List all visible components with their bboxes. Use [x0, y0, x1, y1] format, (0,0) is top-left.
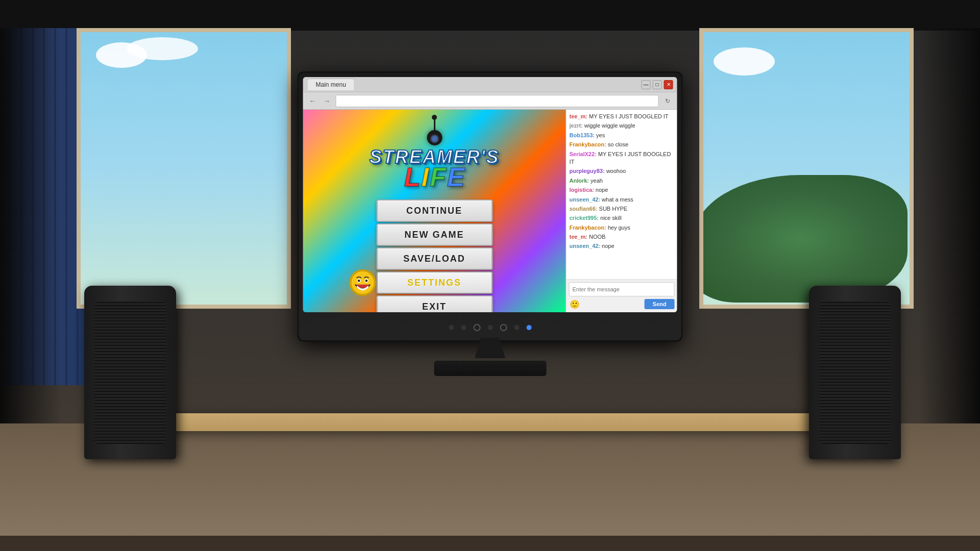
monitor-dot[interactable]: [526, 325, 531, 330]
monitor-stand: [434, 338, 546, 376]
monitor-dot[interactable]: [514, 325, 519, 330]
monitor: Main menu — □ ✕ ← →: [298, 71, 683, 342]
chat-message: tee_m: NOOB: [570, 233, 674, 241]
chat-message: Anlork: yeah: [570, 177, 674, 185]
chat-text: yes: [596, 132, 605, 138]
avatar-face-svg: [350, 269, 375, 296]
desk: [128, 413, 852, 431]
life-letter-f: F: [430, 164, 446, 190]
monitor-dot[interactable]: [461, 325, 466, 330]
chat-username: Frankybacon:: [570, 141, 606, 147]
menu-buttons: CONTINUE NEW GAME SAVE/LOAD: [376, 199, 493, 312]
chat-username: cricket995:: [570, 215, 599, 221]
browser-titlebar: Main menu — □ ✕: [303, 77, 677, 92]
close-button[interactable]: ✕: [664, 80, 673, 89]
speaker-left: [84, 286, 176, 459]
monitor-dots: [449, 324, 531, 331]
chat-message: cricket995: nice skill: [570, 214, 674, 222]
chat-text: nope: [596, 187, 608, 193]
continue-button[interactable]: CONTINUE: [376, 199, 493, 222]
chat-message: logistica: nope: [570, 186, 674, 194]
chat-text: hey guys: [608, 224, 630, 231]
avatar: [349, 269, 376, 296]
maximize-button[interactable]: □: [653, 80, 662, 89]
foliage: [699, 175, 908, 303]
svg-point-3: [357, 280, 360, 282]
chat-message: unseen_42: nope: [570, 242, 674, 250]
chat-message: Bob1353: yes: [570, 132, 674, 139]
window-controls: — □ ✕: [642, 80, 673, 89]
chat-text: nope: [602, 243, 614, 249]
address-bar[interactable]: [336, 95, 659, 107]
chat-text: what a mess: [602, 196, 633, 203]
chat-message: tee_m: MY EYES I JUST BOOGLED IT: [570, 113, 674, 120]
chat-message: unseen_42: what a mess: [570, 196, 674, 204]
settings-button[interactable]: SETTINGS: [376, 271, 493, 294]
new-game-button[interactable]: NEW GAME: [376, 223, 493, 246]
chat-message: jezrt: wiggle wiggle wiggle: [570, 122, 674, 130]
wall-window-right: [699, 28, 914, 309]
chat-message: SerialX22: MY EYES I JUST BOOGLED IT: [570, 151, 674, 166]
browser-content: STREAMER'S L I F E CONTINUE: [303, 110, 677, 312]
chat-username: logistica:: [570, 187, 594, 193]
send-button[interactable]: Send: [645, 299, 675, 309]
chat-text: SUB HYPE: [599, 206, 628, 212]
browser-tab[interactable]: Main menu: [307, 79, 355, 90]
chat-username: unseen_42:: [570, 196, 601, 203]
chat-message: soufian66: SUB HYPE: [570, 205, 674, 213]
monitor-dot[interactable]: [500, 324, 507, 331]
chat-username: Frankybacon:: [570, 224, 606, 231]
monitor-dot[interactable]: [473, 324, 480, 331]
chat-text: MY EYES I JUST BOOGLED IT: [589, 113, 668, 119]
save-load-button[interactable]: SAVE/LOAD: [376, 247, 493, 270]
chat-text: yeah: [591, 178, 603, 184]
avatar-container: [349, 269, 376, 296]
chat-text: NOOB: [589, 234, 605, 240]
logo-life: L I F E: [370, 164, 500, 190]
cloud-3: [714, 47, 775, 76]
monitor-dot[interactable]: [487, 325, 493, 330]
svg-point-0: [351, 271, 374, 294]
tab-label: Main menu: [316, 81, 346, 88]
cloud-2: [127, 37, 198, 60]
monitor-screen: Main menu — □ ✕ ← →: [303, 77, 677, 312]
minimize-button[interactable]: —: [642, 80, 651, 89]
chat-username: Anlork:: [570, 178, 590, 184]
life-letter-e: E: [447, 164, 465, 190]
mascot: [421, 117, 449, 145]
chat-text: wiggle wiggle wiggle: [584, 122, 635, 129]
chat-messages: tee_m: MY EYES I JUST BOOGLED ITjezrt: w…: [567, 110, 677, 279]
browser-toolbar: ← → ↻: [303, 92, 677, 110]
refresh-button[interactable]: ↻: [662, 95, 673, 107]
game-area: STREAMER'S L I F E CONTINUE: [303, 110, 566, 312]
chat-text: nice skill: [600, 215, 622, 221]
chat-username: SerialX22:: [570, 151, 597, 157]
wall-window-left: [77, 28, 291, 309]
mascot-body: [427, 130, 442, 145]
emoji-button[interactable]: 🙂: [569, 298, 580, 310]
chat-text: woohoo: [606, 168, 626, 174]
chat-text: so close: [608, 141, 628, 147]
game-logo: STREAMER'S L I F E: [370, 117, 500, 190]
chat-input[interactable]: [569, 282, 675, 296]
mascot-antenna: [434, 117, 435, 132]
back-button[interactable]: ←: [307, 95, 318, 107]
life-letter-i: I: [421, 164, 428, 190]
browser-window: Main menu — □ ✕ ← →: [303, 77, 677, 312]
chat-message: Frankybacon: so close: [570, 141, 674, 148]
chat-username: tee_m:: [570, 113, 587, 119]
forward-button[interactable]: →: [322, 95, 333, 107]
life-letter-l: L: [404, 164, 421, 190]
chat-message: Frankybacon: hey guys: [570, 224, 674, 232]
ceiling: [0, 0, 980, 31]
logo-text: STREAMER'S L I F E: [370, 148, 500, 190]
chat-username: purpleguy83:: [570, 168, 605, 174]
chat-username: tee_m:: [570, 234, 587, 240]
chat-input-area: 🙂 Send: [567, 279, 677, 312]
chat-username: soufian66:: [570, 206, 598, 212]
monitor-dot[interactable]: [449, 325, 454, 330]
exit-button[interactable]: EXIT: [376, 295, 493, 312]
chat-message: purpleguy83: woohoo: [570, 167, 674, 175]
chat-username: jezrt:: [570, 122, 583, 129]
chat-username: unseen_42:: [570, 243, 601, 249]
